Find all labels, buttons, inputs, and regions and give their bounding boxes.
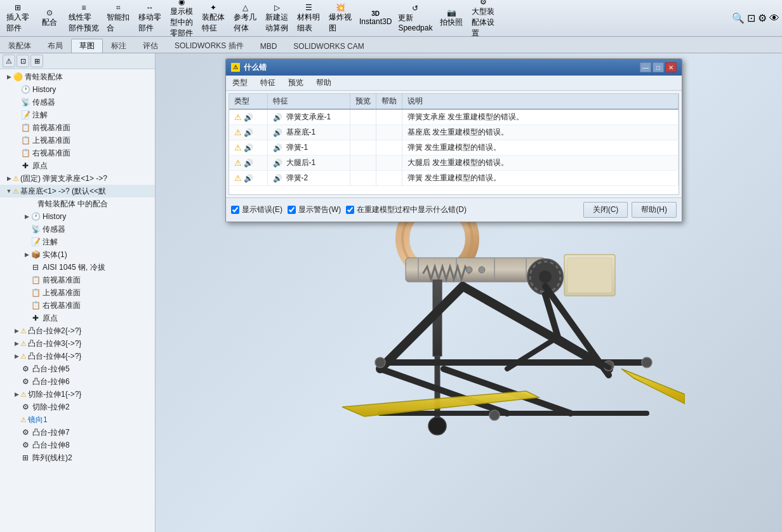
tree-item-body[interactable]: ▶ 📦 实体(1) — [0, 248, 155, 261]
tree-arrow — [13, 136, 20, 144]
tree-item-mirror1[interactable]: ⚠ 镜向1 — [0, 413, 155, 426]
toolbar-assembly-feature[interactable]: ✦ 装配体特征 — [198, 2, 229, 35]
checkbox-show-during-rebuild[interactable]: 在重建模型过程中显示什么错(D) — [346, 204, 467, 215]
dialog-close-btn[interactable]: ✕ — [665, 62, 677, 72]
dialog-help-btn[interactable]: 帮助(H) — [632, 202, 677, 218]
tab-sketch[interactable]: 草图 — [71, 39, 103, 53]
cell-type: ⚠🔊 — [229, 125, 267, 140]
tree-item-material[interactable]: ⊟ AISI 1045 钢, 冷拔 — [0, 261, 155, 274]
tree-item-boss-extrude7[interactable]: ⚙ 凸台-拉伸7 — [0, 426, 155, 439]
check-rebuild[interactable] — [346, 206, 354, 214]
tree-item-notes-top[interactable]: 📝 注解 — [0, 109, 155, 121]
table-row[interactable]: ⚠🔊🔊弹簧-2弹簧 发生重建模型的错误。 — [229, 171, 679, 186]
tab-evaluate[interactable]: 评估 — [135, 39, 166, 53]
tab-annotation[interactable]: 标注 — [103, 39, 135, 53]
dialog-table-container[interactable]: 类型 特征 预览 帮助 说明 ⚠🔊🔊弹簧支承座-1弹簧支承座 发生重建模型的错误… — [229, 93, 679, 195]
tree-label: 原点 — [32, 161, 48, 171]
dialog-menu-preview[interactable]: 预览 — [282, 76, 310, 90]
tab-solidworks-plugins[interactable]: SOLIDWORKS 插件 — [166, 39, 252, 53]
tree-item-history-nested[interactable]: ▶ 🕐 History — [0, 210, 155, 223]
options-icon[interactable]: ⚙ — [758, 12, 767, 24]
tree-arrow — [23, 276, 30, 284]
checkbox-show-warnings[interactable]: 显示警告(W) — [288, 204, 341, 215]
cell-preview — [350, 171, 376, 186]
toolbar-ref-geometry[interactable]: △ 参考几何体 — [230, 2, 260, 35]
tree-item-sensor-nested[interactable]: 📡 传感器 — [0, 223, 155, 236]
warn-icon: ⚠ — [20, 416, 27, 424]
tab-mbd[interactable]: MBD — [252, 39, 286, 53]
search-icon[interactable]: 🔍 — [732, 12, 745, 24]
col-feature[interactable]: 特征 — [267, 94, 350, 109]
tree-item-front-plane[interactable]: 📋 前视基准面 — [0, 121, 155, 134]
tree-item-right-plane[interactable]: 📋 右视基准面 — [0, 147, 155, 159]
tree-item-origin-nested[interactable]: ✚ 原点 — [0, 312, 155, 324]
toolbar-show-hidden[interactable]: ◉ 显示模型中的零部件 — [166, 0, 197, 40]
table-row[interactable]: ⚠🔊🔊弹簧-1弹簧 发生重建模型的错误。 — [229, 140, 679, 156]
sidebar-warn-btn[interactable]: ⚠ — [3, 55, 15, 67]
tree-item-cut-extrude1[interactable]: ▶ ⚠ 切除-拉伸1{->?} — [0, 388, 155, 401]
col-type[interactable]: 类型 — [229, 94, 267, 109]
toolbar-update-speedpak[interactable]: ↺ 更新Speedpak — [395, 3, 435, 34]
check-warnings[interactable] — [288, 206, 296, 214]
toolbar-linear-preview[interactable]: ≡ 线性零部件预览 — [66, 2, 102, 35]
toolbar-large-assembly[interactable]: ⚙ 大型装配体设置 — [468, 0, 498, 40]
tree-item-right-plane-nested[interactable]: 📋 右视基准面 — [0, 299, 155, 312]
dialog-close-footer-btn[interactable]: 关闭(C) — [583, 202, 628, 218]
dialog-maximize-btn[interactable]: □ — [653, 62, 664, 72]
toolbar-bom[interactable]: ☰ 材料明细表 — [293, 2, 324, 35]
tree-item-notes-nested[interactable]: 📝 注解 — [0, 236, 155, 248]
tree-item-history-top[interactable]: 🕐 History — [0, 83, 155, 96]
dialog-menu-type[interactable]: 类型 — [226, 76, 254, 90]
checkbox-show-errors[interactable]: 显示错误(E) — [231, 204, 282, 215]
tree-item-front-plane-nested[interactable]: 📋 前视基准面 — [0, 274, 155, 286]
tree-item-pattern-linear2[interactable]: ⊞ 阵列(线柱)2 — [0, 451, 155, 464]
toolbar-new-motion[interactable]: ▷ 新建运动算例 — [262, 2, 292, 35]
tree-item-boss-extrude2[interactable]: ▶ ⚠ 凸台-拉伸2{->?} — [0, 324, 155, 337]
tree-item-top-plane-nested[interactable]: 📋 上视基准面 — [0, 286, 155, 299]
check-warnings-label: 显示警告(W) — [298, 204, 341, 215]
toolbar-instant3d[interactable]: 3D Instant3D — [357, 9, 394, 27]
toolbar-smart-snap[interactable]: ⌗ 智能扣合 — [103, 2, 133, 35]
table-row[interactable]: ⚠🔊🔊弹簧支承座-1弹簧支承座 发生重建模型的错误。 — [229, 109, 679, 125]
tree-label: 镜向1 — [28, 415, 48, 425]
tab-layout[interactable]: 布局 — [39, 39, 71, 53]
tree-item-sensor-top[interactable]: 📡 传感器 — [0, 96, 155, 109]
col-preview[interactable]: 预览 — [350, 94, 376, 109]
table-row[interactable]: ⚠🔊🔊大腿后-1大腿后 发生重建模型的错误。 — [229, 156, 679, 171]
tree-item-origin-top[interactable]: ✚ 原点 — [0, 159, 155, 172]
dialog-title-icon: ⚠ — [231, 63, 240, 72]
check-errors[interactable] — [231, 206, 239, 214]
sidebar-add-btn[interactable]: ⊞ — [30, 55, 43, 67]
tree-item-boss-extrude8[interactable]: ⚙ 凸台-拉伸8 — [0, 439, 155, 451]
col-help[interactable]: 帮助 — [376, 94, 402, 109]
top-plane-icon: 📋 — [20, 135, 30, 145]
toolbar-move-parts[interactable]: ↔ 移动零部件 — [135, 2, 165, 35]
tree-item-boss-extrude3[interactable]: ▶ ⚠ 凸台-拉伸3{->?} — [0, 337, 155, 350]
tree-item-top-plane[interactable]: 📋 上视基准面 — [0, 134, 155, 147]
tree-item-boss-extrude6[interactable]: ⚙ 凸台-拉伸6 — [0, 375, 155, 388]
tree-item-boss-extrude5[interactable]: ⚙ 凸台-拉伸5 — [0, 362, 155, 375]
filter-icon[interactable]: ⊡ — [747, 12, 755, 24]
sidebar-grid-btn[interactable]: ⊡ — [17, 55, 29, 67]
smart-snap-icon: ⌗ — [116, 3, 121, 12]
tree-item-boss-extrude4[interactable]: ▶ ⚠ 凸台-拉伸4{->?} — [0, 350, 155, 362]
tree-arrow — [13, 378, 20, 385]
toolbar-insert-part[interactable]: ⊞ 插入零部件 — [3, 2, 33, 35]
col-desc[interactable]: 说明 — [402, 94, 679, 109]
tab-solidworks-cam[interactable]: SOLIDWORKS CAM — [285, 39, 372, 53]
view-icon[interactable]: 👁 — [769, 13, 779, 24]
dialog-minimize-btn[interactable]: — — [640, 62, 651, 72]
tab-assemble[interactable]: 装配体 — [0, 39, 39, 53]
toolbar-match[interactable]: ⊙ 配合 — [34, 7, 65, 29]
tree-item-spring-support[interactable]: ▶ ⚠ (固定) 弹簧支承座<1> ->? — [0, 172, 155, 185]
cell-preview — [350, 109, 376, 125]
tree-item-cut-extrude2[interactable]: ⚙ 切除-拉伸2 — [0, 401, 155, 413]
dialog-menu-help[interactable]: 帮助 — [310, 76, 338, 90]
tree-item-base-bottom[interactable]: ▼ ⚠ 基座底<1> ->? (默认<<默 — [0, 185, 155, 197]
tree-item-frog-match[interactable]: 青蛙装配体 中的配合 — [0, 197, 155, 210]
toolbar-photo[interactable]: 📷 拍快照 — [436, 7, 467, 29]
table-row[interactable]: ⚠🔊🔊基座底-1基座底 发生重建模型的错误。 — [229, 125, 679, 140]
toolbar-explode[interactable]: 💥 爆炸视图 — [325, 2, 355, 35]
tree-item-frog-assembly[interactable]: ▶ 🟡 青蛙装配体 — [0, 70, 155, 83]
dialog-menu-feature[interactable]: 特征 — [254, 76, 282, 90]
